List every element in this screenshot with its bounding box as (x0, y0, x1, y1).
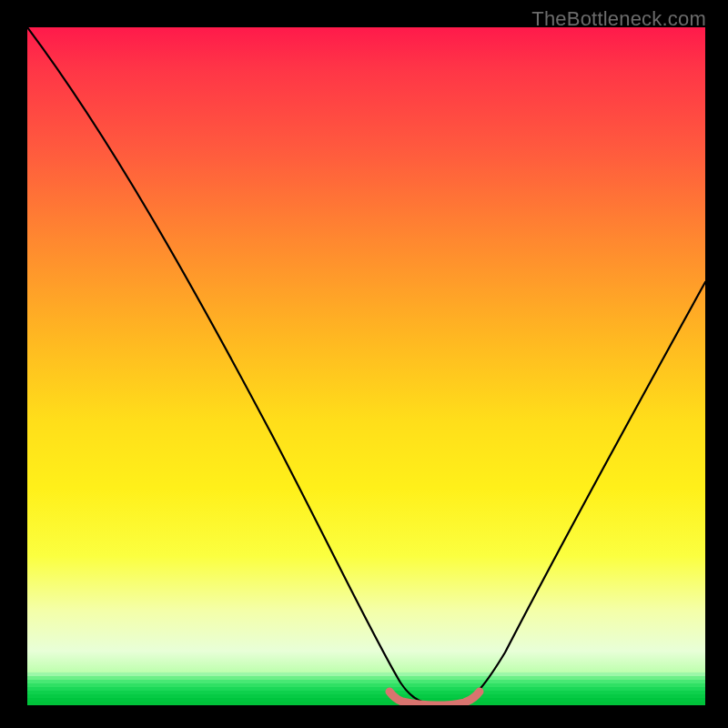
bottleneck-curve (27, 27, 705, 703)
chart-plot-area (27, 27, 705, 705)
chart-svg (27, 27, 705, 705)
optimal-range-highlight (389, 692, 480, 705)
attribution-label: TheBottleneck.com (531, 7, 706, 31)
